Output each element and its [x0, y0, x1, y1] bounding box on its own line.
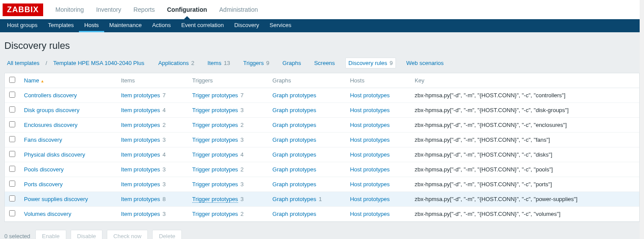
item-prototypes-link[interactable]: Item prototypes — [121, 196, 160, 202]
discovery-rule-link[interactable]: Enclosures discovery — [24, 122, 78, 128]
table-row: Pools discoveryItem prototypes 3Trigger … — [5, 162, 639, 177]
row-checkbox[interactable] — [9, 210, 15, 216]
tab-items[interactable]: Items 13 — [205, 58, 233, 68]
table-row: Power supplies discoveryItem prototypes … — [5, 192, 639, 207]
graph-prototypes-link[interactable]: Graph prototypes — [273, 122, 316, 128]
disable-button[interactable]: Disable — [71, 230, 102, 239]
host-prototypes-link[interactable]: Host prototypes — [350, 151, 390, 158]
tab-applications[interactable]: Applications 2 — [156, 58, 197, 68]
subnav-item-event-correlation[interactable]: Event correlation — [176, 19, 229, 32]
topnav-item-inventory[interactable]: Inventory — [90, 0, 127, 19]
graph-prototypes-link[interactable]: Graph prototypes — [273, 196, 316, 202]
subnav-item-hosts[interactable]: Hosts — [79, 19, 104, 32]
row-checkbox[interactable] — [9, 181, 15, 187]
topnav-item-administration[interactable]: Administration — [213, 0, 264, 19]
item-prototypes-link[interactable]: Item prototypes — [121, 151, 160, 158]
tab-graphs[interactable]: Graphs — [280, 58, 304, 68]
trigger-prototypes-link[interactable]: Trigger prototypes — [192, 137, 238, 143]
graph-prototypes-link[interactable]: Graph prototypes — [273, 166, 316, 173]
discovery-rules-table: Name▲ Items Triggers Graphs Hosts Key Co… — [4, 73, 640, 222]
subnav-item-host-groups[interactable]: Host groups — [2, 19, 43, 32]
crumb-template-name[interactable]: Template HPE MSA 1040-2040 Plus — [51, 58, 147, 68]
subnav-item-maintenance[interactable]: Maintenance — [104, 19, 147, 32]
row-checkbox[interactable] — [9, 121, 15, 127]
graph-prototypes-link[interactable]: Graph prototypes — [273, 151, 316, 158]
key-cell: zbx-hpmsa.py["-d", "-m", "{HOST.CONN}", … — [410, 88, 639, 103]
topnav-item-monitoring[interactable]: Monitoring — [49, 0, 90, 19]
item-prototypes-link[interactable]: Item prototypes — [121, 211, 160, 217]
top-bar: ZABBIX MonitoringInventoryReportsConfigu… — [0, 0, 644, 19]
discovery-rule-link[interactable]: Fans discovery — [24, 137, 62, 143]
page-title: Discovery rules — [4, 40, 640, 51]
graph-prototypes-link[interactable]: Graph prototypes — [273, 107, 316, 113]
topnav-item-reports[interactable]: Reports — [127, 0, 161, 19]
col-header-items: Items — [116, 73, 187, 88]
delete-button[interactable]: Delete — [152, 230, 182, 239]
row-checkbox[interactable] — [9, 151, 15, 157]
graph-prototypes-link[interactable]: Graph prototypes — [273, 181, 316, 188]
discovery-rule-link[interactable]: Controllers discovery — [24, 92, 77, 99]
subnav-item-discovery[interactable]: Discovery — [229, 19, 264, 32]
row-checkbox[interactable] — [9, 195, 15, 201]
table-row: Physical disks discoveryItem prototypes … — [5, 147, 639, 162]
tab-web-scenarios[interactable]: Web scenarios — [404, 58, 446, 68]
tab-screens[interactable]: Screens — [311, 58, 337, 68]
tab-discovery-rules[interactable]: Discovery rules 9 — [345, 58, 396, 68]
item-prototypes-link[interactable]: Item prototypes — [121, 137, 160, 143]
trigger-prototypes-link[interactable]: Trigger prototypes — [192, 196, 238, 203]
check-now-button[interactable]: Check now — [107, 230, 148, 239]
trigger-prototypes-link[interactable]: Trigger prototypes — [192, 211, 238, 217]
crumb-all-templates[interactable]: All templates — [4, 58, 42, 68]
topnav-item-configuration[interactable]: Configuration — [161, 0, 213, 19]
tab-triggers[interactable]: Triggers 9 — [241, 58, 272, 68]
row-checkbox[interactable] — [9, 92, 15, 98]
trigger-prototypes-link[interactable]: Trigger prototypes — [192, 122, 238, 128]
discovery-rule-link[interactable]: Power supplies discovery — [24, 196, 88, 202]
host-prototypes-link[interactable]: Host prototypes — [350, 92, 390, 99]
item-prototypes-link[interactable]: Item prototypes — [121, 181, 160, 188]
discovery-rule-link[interactable]: Pools discovery — [24, 166, 64, 173]
trigger-prototypes-link[interactable]: Trigger prototypes — [192, 151, 238, 158]
select-all-checkbox[interactable] — [9, 77, 15, 83]
col-header-triggers: Triggers — [188, 73, 268, 88]
host-prototypes-link[interactable]: Host prototypes — [350, 211, 390, 217]
host-prototypes-link[interactable]: Host prototypes — [350, 166, 390, 173]
graph-prototypes-link[interactable]: Graph prototypes — [273, 211, 316, 217]
graph-prototypes-link[interactable]: Graph prototypes — [273, 137, 316, 143]
subnav-item-actions[interactable]: Actions — [147, 19, 176, 32]
trigger-prototypes-link[interactable]: Trigger prototypes — [192, 181, 238, 188]
item-prototypes-link[interactable]: Item prototypes — [121, 122, 160, 128]
table-row: Controllers discoveryItem prototypes 7Tr… — [5, 88, 639, 103]
col-header-name[interactable]: Name▲ — [20, 73, 116, 88]
trigger-prototypes-link[interactable]: Trigger prototypes — [192, 107, 238, 113]
host-prototypes-link[interactable]: Host prototypes — [350, 196, 390, 202]
row-checkbox[interactable] — [9, 106, 15, 113]
item-prototypes-link[interactable]: Item prototypes — [121, 107, 160, 113]
row-checkbox[interactable] — [9, 166, 15, 172]
enable-button[interactable]: Enable — [35, 230, 66, 239]
discovery-rule-link[interactable]: Disk groups discovery — [24, 107, 79, 113]
trigger-prototypes-link[interactable]: Trigger prototypes — [192, 166, 238, 173]
discovery-rule-link[interactable]: Volumes discovery — [24, 211, 71, 217]
item-prototypes-link[interactable]: Item prototypes — [121, 92, 160, 99]
discovery-rule-link[interactable]: Ports discovery — [24, 181, 63, 188]
key-cell: zbx-hpmsa.py["-d", "-m", "{HOST.CONN}", … — [410, 177, 639, 192]
item-prototypes-link[interactable]: Item prototypes — [121, 166, 160, 173]
discovery-rule-link[interactable]: Physical disks discovery — [24, 151, 85, 158]
logo[interactable]: ZABBIX — [3, 3, 43, 16]
table-row: Volumes discoveryItem prototypes 3Trigge… — [5, 207, 639, 222]
host-prototypes-link[interactable]: Host prototypes — [350, 107, 390, 113]
row-checkbox[interactable] — [9, 136, 15, 142]
trigger-prototypes-link[interactable]: Trigger prototypes — [192, 92, 238, 99]
key-cell: zbx-hpmsa.py["-d", "-m", "{HOST.CONN}", … — [410, 118, 639, 133]
graph-prototypes-link[interactable]: Graph prototypes — [273, 92, 316, 99]
key-cell: zbx-hpmsa.py["-d", "-m", "{HOST.CONN}", … — [410, 162, 639, 177]
crumb-separator: / — [45, 60, 47, 66]
host-prototypes-link[interactable]: Host prototypes — [350, 181, 390, 188]
host-prototypes-link[interactable]: Host prototypes — [350, 137, 390, 143]
subnav-item-services[interactable]: Services — [264, 19, 296, 32]
host-prototypes-link[interactable]: Host prototypes — [350, 122, 390, 128]
selected-count: 0 selected — [4, 233, 30, 239]
key-cell: zbx-hpmsa.py["-d", "-m", "{HOST.CONN}", … — [410, 192, 639, 207]
subnav-item-templates[interactable]: Templates — [43, 19, 79, 32]
